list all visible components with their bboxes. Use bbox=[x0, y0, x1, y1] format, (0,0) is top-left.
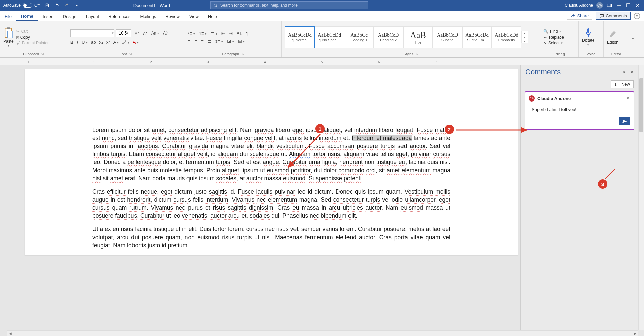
paste-dropdown-icon[interactable]: ▾ bbox=[8, 44, 9, 47]
increase-indent-button[interactable]: ⇥ bbox=[229, 31, 233, 36]
ribbon-display-icon[interactable] bbox=[606, 2, 612, 8]
grow-font-button[interactable]: A▴ bbox=[133, 30, 140, 36]
styles-group-label: Styles bbox=[404, 52, 414, 56]
paragraph-1[interactable]: Lorem ipsum dolor sit amet, consectetur … bbox=[92, 126, 450, 183]
shading-button[interactable]: ◪ ▾ bbox=[227, 39, 234, 44]
tab-mailings[interactable]: Mailings bbox=[136, 12, 161, 21]
tab-home[interactable]: Home bbox=[16, 12, 38, 21]
text-effects-button[interactable]: A ▾ bbox=[113, 40, 119, 45]
shrink-font-button[interactable]: A▾ bbox=[142, 30, 148, 36]
show-marks-button[interactable]: ¶ bbox=[246, 31, 248, 36]
user-name[interactable]: Claudiu Andone bbox=[565, 3, 593, 8]
pane-close-icon[interactable]: ✕ bbox=[630, 70, 634, 75]
style-item-subtitle[interactable]: AaBbCcDSubtitle bbox=[433, 26, 462, 48]
font-launcher-icon[interactable]: ⇲ bbox=[129, 52, 132, 56]
select-button[interactable]: ↖ Select ▾ bbox=[543, 41, 564, 45]
cut-button[interactable]: ✂ Cut bbox=[16, 29, 49, 34]
scroll-left-icon[interactable]: ◀ bbox=[8, 331, 13, 336]
minimize-icon[interactable] bbox=[616, 2, 622, 8]
underline-button[interactable]: U ▾ bbox=[82, 40, 88, 45]
paragraph-launcher-icon[interactable]: ⇲ bbox=[241, 52, 244, 56]
customize-qa-icon[interactable]: ▾ bbox=[74, 3, 80, 8]
tab-help[interactable]: Help bbox=[203, 12, 222, 21]
save-icon[interactable] bbox=[44, 3, 50, 8]
dictate-button[interactable]: Dictate ▾ bbox=[582, 28, 594, 47]
arrow-2 bbox=[454, 127, 530, 134]
style-item-subtle-em-[interactable]: AaBbCcDdSubtle Em... bbox=[462, 26, 492, 48]
style-item-heading-2[interactable]: AaBbCcDHeading 2 bbox=[374, 26, 403, 48]
tab-insert[interactable]: Insert bbox=[38, 12, 58, 21]
align-center-button[interactable]: ≡ bbox=[195, 39, 197, 44]
paragraph-2[interactable]: Cras efficitur felis neque, eget dictum … bbox=[92, 188, 450, 220]
change-case-button[interactable]: Aa ▾ bbox=[150, 31, 160, 36]
find-button[interactable]: 🔍 Find ▾ bbox=[543, 29, 564, 34]
clipboard-launcher-icon[interactable]: ⇲ bbox=[41, 52, 44, 56]
bold-button[interactable]: B bbox=[70, 40, 73, 45]
numbering-button[interactable]: 1≡ ▾ bbox=[199, 31, 207, 36]
styles-launcher-icon[interactable]: ⇲ bbox=[415, 52, 418, 56]
borders-button[interactable]: ⊞ ▾ bbox=[238, 39, 245, 44]
style-item-title[interactable]: AaBTitle bbox=[403, 26, 433, 48]
body-text[interactable]: Lorem ipsum dolor sit amet, consectetur … bbox=[92, 126, 450, 250]
justify-button[interactable]: ≣ bbox=[208, 39, 211, 44]
replace-button[interactable]: ↔ Replace bbox=[543, 35, 564, 40]
scroll-thumb[interactable] bbox=[639, 78, 643, 132]
close-icon[interactable] bbox=[635, 2, 641, 8]
pane-options-icon[interactable]: ▾ bbox=[623, 70, 625, 75]
italic-button[interactable]: I bbox=[77, 40, 78, 45]
callout-3: 3 bbox=[598, 179, 607, 189]
tab-view[interactable]: View bbox=[184, 12, 203, 21]
line-spacing-button[interactable]: ‡≡ ▾ bbox=[215, 39, 223, 44]
decrease-indent-button[interactable]: ⇤ bbox=[221, 31, 225, 36]
align-left-button[interactable]: ≡ bbox=[188, 39, 191, 44]
undo-icon[interactable] bbox=[54, 3, 60, 8]
bullets-button[interactable]: •≡ ▾ bbox=[188, 31, 195, 36]
strikethrough-button[interactable]: ab bbox=[91, 40, 96, 45]
style-item--no-spac-[interactable]: AaBbCcDd¶ No Spac... bbox=[315, 26, 344, 48]
tab-file[interactable]: File bbox=[0, 12, 16, 21]
comment-text-input[interactable] bbox=[529, 105, 630, 114]
font-size-combo[interactable]: 10.5 ▾ bbox=[116, 29, 131, 37]
align-right-button[interactable]: ≡ bbox=[201, 39, 204, 44]
highlight-button[interactable]: 🖍 ▾ bbox=[122, 40, 129, 45]
scroll-right-icon[interactable]: ▶ bbox=[633, 331, 638, 336]
comment-close-icon[interactable]: ✕ bbox=[626, 95, 630, 101]
comment-send-button[interactable] bbox=[619, 117, 630, 125]
vertical-scrollbar[interactable] bbox=[638, 65, 644, 330]
feedback-icon[interactable]: ☺ bbox=[634, 13, 640, 19]
subscript-button[interactable]: x₂ bbox=[99, 40, 103, 45]
font-color-button[interactable]: A ▾ bbox=[133, 40, 139, 45]
paste-button[interactable]: Paste ▾ bbox=[3, 27, 14, 47]
user-avatar[interactable]: CA bbox=[596, 2, 603, 9]
share-button[interactable]: Share bbox=[567, 12, 592, 20]
clear-formatting-button[interactable]: A◊ bbox=[162, 31, 169, 36]
format-painter-button[interactable]: 🖌 Format Painter bbox=[16, 41, 49, 45]
styles-more-icon[interactable]: ▴▾▾ bbox=[521, 31, 528, 43]
comments-button[interactable]: Comments bbox=[596, 12, 631, 20]
autosave-toggle[interactable]: AutoSave Off bbox=[3, 3, 40, 8]
maximize-icon[interactable] bbox=[625, 2, 631, 8]
horizontal-scrollbar[interactable]: ◀ ▶ bbox=[7, 330, 638, 336]
copy-button[interactable]: ⎘ Copy bbox=[16, 35, 49, 40]
font-name-combo[interactable]: ▾ bbox=[70, 29, 114, 37]
vertical-ruler[interactable] bbox=[0, 65, 7, 336]
multilevel-button[interactable]: ≣ ▾ bbox=[211, 31, 217, 36]
tab-selector[interactable]: L bbox=[0, 61, 7, 65]
tab-review[interactable]: Review bbox=[161, 12, 184, 21]
toggle-icon[interactable] bbox=[23, 3, 32, 8]
style-item-heading-1[interactable]: AaBbCcHeading 1 bbox=[344, 26, 374, 48]
sort-button[interactable]: A↓ bbox=[237, 31, 242, 36]
new-comment-button[interactable]: New bbox=[611, 80, 634, 88]
tab-design[interactable]: Design bbox=[58, 12, 81, 21]
paragraph-3[interactable]: Ut a ex eu risus lacinia tristique ut in… bbox=[92, 225, 450, 250]
editor-button[interactable]: Editor bbox=[607, 30, 618, 45]
style-item--normal[interactable]: AaBbCcDd¶ Normal bbox=[285, 26, 315, 48]
tab-layout[interactable]: Layout bbox=[81, 12, 104, 21]
horizontal-ruler[interactable]: 1 1 2 3 4 5 6 7 bbox=[21, 58, 644, 65]
search-box[interactable]: Search for commands, text, help, and mor… bbox=[210, 1, 368, 9]
superscript-button[interactable]: x² bbox=[106, 40, 110, 45]
tab-references[interactable]: References bbox=[104, 12, 135, 21]
redo-icon[interactable] bbox=[64, 3, 70, 8]
collapse-ribbon-icon[interactable]: ⌃ bbox=[629, 21, 636, 57]
style-item-emphasis[interactable]: AaBbCcDdEmphasis bbox=[492, 26, 521, 48]
